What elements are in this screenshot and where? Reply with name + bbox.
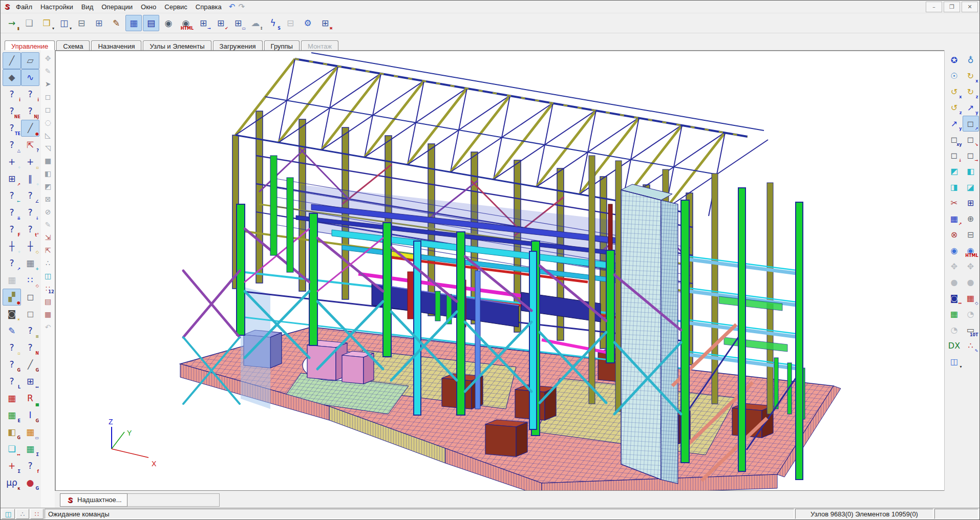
bar-type-icon[interactable]: ? TE: [3, 120, 21, 137]
pan-view-icon[interactable]: ✥: [41, 52, 55, 64]
minimize-button[interactable]: –: [926, 2, 942, 12]
delete-table-icon[interactable]: ⊞ ✖: [317, 15, 333, 31]
steel-section-icon[interactable]: I G: [21, 407, 39, 424]
node-numbers-icon[interactable]: ∷ 12: [41, 283, 55, 295]
viewport-canvas[interactable]: Z Y X: [55, 50, 946, 491]
concrete-section-icon[interactable]: ◧ G: [3, 424, 21, 441]
show-mesh-icon[interactable]: ▦: [125, 15, 142, 31]
assign-stiffness-icon[interactable]: ╱ ●: [21, 120, 39, 137]
axes-view-icon[interactable]: ◻ xy: [946, 132, 963, 147]
node-filter-icon[interactable]: ∴: [16, 509, 29, 519]
check-table-icon[interactable]: ⊞ ✔: [212, 15, 229, 31]
zoom-off-icon[interactable]: ⊗: [946, 227, 963, 243]
isometric-view-icon[interactable]: ◻ ↗: [963, 116, 979, 132]
exchange-icon[interactable]: ☁ ↕: [247, 15, 264, 31]
proj-top-icon[interactable]: ◻ ↓: [946, 147, 963, 163]
select-cursor-icon[interactable]: ➤: [41, 78, 55, 90]
bar-start-node-icon[interactable]: ? NE: [3, 103, 21, 120]
bar-load-icon[interactable]: ? ⇊: [3, 204, 21, 221]
bars-chain-icon[interactable]: ∥ ◦: [21, 170, 39, 187]
bucket-restore-icon[interactable]: ◔: [963, 306, 979, 322]
proj-front-icon[interactable]: ◻ ↘: [963, 132, 979, 147]
node-load-icon[interactable]: ? ↓: [21, 204, 39, 221]
new-file-icon[interactable]: ❑: [21, 15, 37, 31]
bar-end-node-icon[interactable]: ? NJ: [21, 103, 39, 120]
fax-icon[interactable]: ⊟: [282, 15, 299, 31]
color-grid-icon[interactable]: ▦: [41, 308, 55, 320]
merge-nodes-icon[interactable]: ┼ ◦: [3, 238, 21, 255]
rotate-x-icon[interactable]: ↻ x: [963, 68, 979, 84]
rotate-orbit-icon[interactable]: ♁: [963, 52, 979, 68]
redo-icon[interactable]: ↷: [238, 2, 245, 11]
color-table-icon[interactable]: ▤: [41, 295, 55, 308]
show-cube-icon[interactable]: ◻: [21, 289, 39, 306]
marker-green-icon[interactable]: ●: [946, 274, 963, 290]
calculator-icon[interactable]: ▤: [143, 15, 159, 31]
numbering-filter-icon[interactable]: ∷: [30, 509, 44, 519]
bucket-save-icon[interactable]: ◔: [946, 322, 963, 338]
invert-fragment-icon[interactable]: ◙ ↔: [946, 290, 963, 306]
export-table-icon[interactable]: ⊞ →: [195, 15, 211, 31]
add-spring-icon[interactable]: ∿: [21, 69, 39, 86]
zoom-icon[interactable]: ⊕: [963, 211, 979, 227]
fe-types-icon[interactable]: ▦ E: [3, 407, 21, 424]
fragmentation-icon[interactable]: ▦ ↗: [946, 211, 963, 227]
add-plate-icon[interactable]: ▱: [21, 52, 39, 69]
scatter-nodes-icon[interactable]: ∴ ✎: [963, 338, 979, 354]
save-view-combo-icon[interactable]: ◫ ▾: [946, 354, 963, 370]
menu-help[interactable]: Справка: [191, 2, 226, 12]
solid-shaded-icon[interactable]: ◧: [41, 167, 55, 180]
merge-bars-icon[interactable]: ┼ ◇: [21, 238, 39, 255]
grid-spacing-icon[interactable]: ⊞ ↔: [21, 373, 39, 390]
rotate-z-icon[interactable]: ↻ z: [963, 84, 979, 100]
press-plate-icon[interactable]: ⊞ ↗: [3, 170, 21, 187]
nodes-net-icon[interactable]: ∷ ◇: [21, 272, 39, 289]
rotate-x-ccw-icon[interactable]: ↺ x: [946, 84, 963, 100]
plate-filter-icon[interactable]: ◫: [2, 509, 15, 519]
sum-nodes-icon[interactable]: + Σ: [3, 458, 21, 474]
fe-table-icon[interactable]: ▦: [3, 390, 21, 407]
snapshot-icon[interactable]: ◉: [160, 15, 177, 31]
menu-window[interactable]: Окно: [137, 2, 160, 12]
assign-pointer-icon[interactable]: ✎: [41, 65, 55, 77]
paint-assign-icon[interactable]: ✎: [3, 322, 21, 339]
bar-reverse-icon[interactable]: ? ←: [3, 187, 21, 204]
proj-side-icon[interactable]: ◻ →: [963, 147, 979, 163]
green-table-icon[interactable]: ▦: [946, 306, 963, 322]
menu-view[interactable]: Вид: [77, 2, 98, 12]
line-load-icon[interactable]: ? f: [21, 458, 39, 474]
room-view-icon[interactable]: ◙ ☀: [3, 306, 21, 322]
section-view-icon[interactable]: ◺: [41, 129, 55, 141]
view-snapshot-icon[interactable]: ◉: [946, 243, 963, 258]
model-3d-view[interactable]: Z Y X: [55, 51, 945, 490]
restore-button[interactable]: ❐: [944, 2, 960, 12]
assign-support-icon[interactable]: ? △: [3, 137, 21, 154]
paint-view-icon[interactable]: ✎: [41, 219, 55, 231]
solid-view-icon[interactable]: ■: [41, 155, 55, 167]
snap-node-icon[interactable]: ? ▫: [3, 339, 21, 356]
face-left-icon[interactable]: ◨: [946, 179, 963, 195]
face-top-icon[interactable]: ◩: [946, 163, 963, 179]
section-view-2-icon[interactable]: ◹: [41, 142, 55, 154]
scad-calc-icon[interactable]: ϟ S: [265, 15, 281, 31]
rotate-globe-icon[interactable]: ☉: [946, 68, 963, 84]
marker-red-icon[interactable]: ●: [963, 274, 979, 290]
split-bar-icon[interactable]: + ▫: [21, 154, 39, 170]
drop-group-icon[interactable]: ● G: [21, 474, 39, 491]
edit-schema-icon[interactable]: ✎: [108, 15, 124, 31]
no-solid-icon[interactable]: ⊘: [41, 206, 55, 218]
menu-settings[interactable]: Настройки: [36, 2, 77, 12]
close-button[interactable]: ✕: [962, 2, 978, 12]
face-iso-icon[interactable]: ◪: [963, 179, 979, 195]
force-load-icon[interactable]: ? F: [3, 221, 21, 238]
nodes-pair-icon[interactable]: ∴: [41, 257, 55, 269]
view-html-snapshot-icon[interactable]: ◉ HTML: [963, 243, 979, 258]
undo-view-icon[interactable]: ↶: [41, 321, 55, 333]
preview-table-icon[interactable]: ⊞ ▭: [230, 15, 246, 31]
node-on-bar-icon[interactable]: + ◦: [3, 154, 21, 170]
copy-schema-icon[interactable]: ▦: [3, 272, 21, 289]
open-file-icon[interactable]: ❒ ▾: [38, 15, 55, 31]
model-tab[interactable]: S Надшахтное...: [60, 493, 127, 507]
friction-params-icon[interactable]: μρ κ: [3, 474, 21, 491]
grid-nodes-icon[interactable]: ▦ +: [21, 255, 39, 272]
